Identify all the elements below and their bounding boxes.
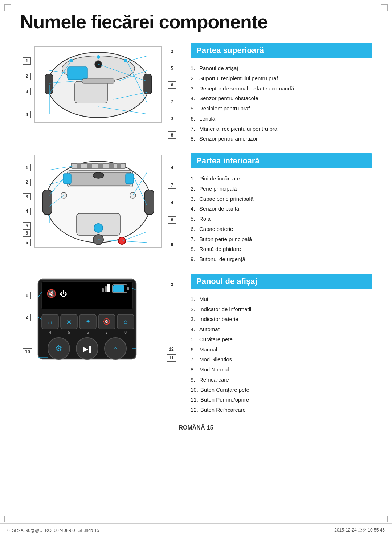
bot-llabel-4: 4: [23, 208, 31, 215]
top-right-labels: 3 5 6 7 3 8: [168, 48, 176, 139]
list-item: 2.Perie principală: [191, 184, 372, 194]
main-content: Numele fiecărei componente 1 2 3 4: [0, 0, 392, 460]
panel-llabel-10: 10: [23, 348, 32, 355]
top-rlabel-7: 7: [168, 98, 176, 105]
page-number: ROMÂNĂ-15: [20, 424, 372, 431]
svg-rect-5: [82, 79, 115, 83]
panel-llabel-1: 1: [23, 292, 31, 299]
panel-rlabel-12: 12: [167, 346, 176, 353]
list-item: 6.Lentilă: [191, 114, 372, 124]
bottom-component-list: 1.Pini de încărcare 2.Perie principală 3…: [191, 174, 372, 264]
top-diagram-wrapper: 1 2 3 4: [20, 43, 176, 126]
bot-llabel-5: 5: [23, 222, 31, 229]
bot-llabel-2: 2: [23, 179, 31, 186]
bottom-diagram-wrapper: 1 2 3 4 5 6 5: [20, 153, 176, 251]
list-item: 5.Rolă: [191, 214, 372, 224]
list-item: 6.Capac baterie: [191, 224, 372, 234]
bot-llabel-3: 3: [23, 193, 31, 200]
panel-rlabel-3: 3: [168, 281, 176, 288]
list-item: 7.Buton perie principală: [191, 234, 372, 244]
svg-text:🔇: 🔇: [46, 289, 57, 298]
top-label-1: 1: [23, 57, 31, 65]
bottom-robot-svg: [35, 155, 162, 248]
panel-diagram-wrapper: 1 2 10: [20, 274, 176, 365]
list-item: 12.Buton Reîncărcare: [191, 405, 372, 415]
page-wrapper: Numele fiecărei componente 1 2 3 4: [0, 0, 392, 537]
list-item: 1.Panoul de afișaj: [191, 63, 372, 73]
list-item: 5.Recipient pentru praf: [191, 103, 372, 114]
svg-text:8: 8: [124, 330, 127, 334]
bottom-section-header: Partea inferioară: [191, 153, 372, 168]
corner-mark-tr: [381, 4, 388, 11]
top-diagram-col: 1 2 3 4: [20, 43, 180, 126]
list-item: 8.Senzor pentru amortizor: [191, 134, 372, 144]
list-item: 7.Mâner al recipientului pentru praf: [191, 124, 372, 134]
bottom-diagram-border: [34, 155, 162, 248]
list-item: 5.Curățare pete: [191, 334, 372, 345]
bot-rlabel-7: 7: [168, 182, 176, 189]
svg-rect-25: [98, 163, 103, 168]
svg-text:⌂: ⌂: [113, 345, 118, 353]
panel-component-list: 1.Mut 2.Indicator de informații 3.Indica…: [191, 294, 372, 415]
bottom-left-labels: 1 2 3 4 5: [23, 164, 31, 229]
top-rlabel-3: 3: [168, 48, 176, 55]
svg-point-10: [124, 59, 127, 62]
bot-llabel-1: 1: [23, 164, 31, 171]
panel-svg: 🔇 ⏻: [36, 277, 138, 361]
svg-rect-2: [68, 67, 87, 80]
top-label-3: 3: [23, 88, 31, 95]
svg-rect-36: [145, 190, 154, 215]
svg-point-34: [93, 172, 104, 178]
bot-rlabel-4b: 4: [168, 199, 176, 206]
bottom-list-col: Partea inferioară 1.Pini de încărcare 2.…: [191, 153, 372, 264]
list-item: 6.Manual: [191, 345, 372, 355]
svg-rect-60: [107, 284, 110, 292]
svg-rect-27: [117, 163, 121, 168]
svg-rect-26: [109, 163, 114, 168]
top-label-4: 4: [23, 111, 31, 118]
top-left-label-4: 4: [23, 111, 31, 118]
svg-rect-24: [87, 163, 92, 168]
list-item: 9.Reîncărcare: [191, 375, 372, 385]
panel-section-header: Panoul de afișaj: [191, 274, 372, 289]
svg-rect-57: [127, 287, 129, 290]
bot-llabel-6: 6: [23, 229, 31, 237]
bottom-left-label-5b: 5: [23, 239, 31, 246]
page-footer: 6_SR2AJ90@@U_RO_00740F-00_GE.indd 15 201…: [0, 523, 392, 537]
svg-rect-7: [144, 74, 152, 94]
list-item: 7.Mod Silențios: [191, 354, 372, 365]
top-rlabel-5: 5: [168, 65, 176, 72]
panel-right-label-11: 11: [167, 354, 176, 362]
footer-right: 2015-12-24 오전 10:55 45: [334, 527, 385, 533]
corner-mark-bl: [4, 516, 11, 522]
bottom-right-labels: 4 7 4 8: [168, 164, 176, 224]
svg-text:6: 6: [87, 330, 89, 334]
svg-rect-31: [126, 174, 134, 184]
list-item: 3.Capac perie principală: [191, 194, 372, 204]
bottom-right-label-9: 9: [168, 241, 176, 248]
svg-text:⏻: ⏻: [60, 290, 67, 298]
svg-rect-3: [75, 81, 107, 103]
footer-left: 6_SR2AJ90@@U_RO_00740F-00_GE.indd 15: [7, 528, 99, 533]
corner-mark-tl: [4, 4, 11, 11]
list-item: 2.Indicator de informații: [191, 304, 372, 314]
svg-text:4: 4: [49, 330, 51, 334]
list-item: 4.Automat: [191, 324, 372, 334]
top-section-header: Partea superioară: [191, 43, 372, 58]
list-item: 1.Mut: [191, 294, 372, 304]
svg-point-38: [94, 224, 103, 232]
list-item: 3.Indicator baterie: [191, 314, 372, 324]
svg-text:✦: ✦: [86, 318, 90, 325]
top-rlabel-6: 6: [168, 81, 176, 89]
bottom-diagram-col: 1 2 3 4 5 6 5: [20, 153, 180, 251]
panel-diagram-col: 1 2 10: [20, 274, 180, 365]
svg-text:5: 5: [68, 330, 70, 334]
panel-display-outer: 🔇 ⏻: [36, 277, 138, 361]
top-list-col: Partea superioară 1.Panoul de afișaj 2.S…: [191, 43, 372, 144]
svg-rect-30: [63, 174, 71, 184]
top-component-list: 1.Panoul de afișaj 2.Suportul recipientu…: [191, 63, 372, 144]
list-item: 4.Senzor pentru obstacole: [191, 93, 372, 103]
list-item: 11.Buton Pornire/oprire: [191, 395, 372, 405]
top-rlabel-3b: 3: [168, 115, 176, 122]
list-item: 8.Roată de ghidare: [191, 244, 372, 254]
